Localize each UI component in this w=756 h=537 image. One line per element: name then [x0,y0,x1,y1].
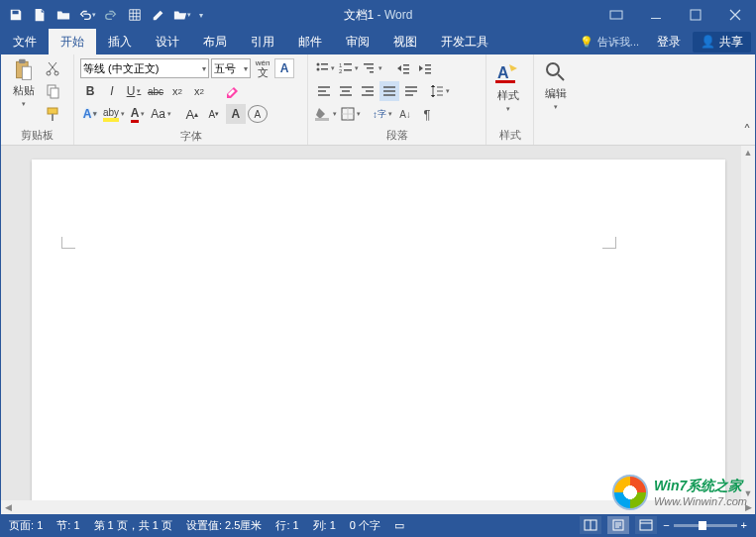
svg-point-12 [317,63,320,66]
bold-button[interactable]: B [80,81,100,101]
tab-view[interactable]: 视图 [381,29,429,54]
vertical-scrollbar[interactable]: ▲ ▼ [741,146,755,500]
folder-open-icon[interactable]: ▾ [171,4,193,26]
tab-developer[interactable]: 开发工具 [429,29,500,54]
status-setvalue[interactable]: 设置值: 2.5厘米 [186,518,262,533]
clear-formatting-icon[interactable] [223,81,243,101]
line-spacing-icon[interactable] [429,81,451,101]
status-section[interactable]: 节: 1 [56,518,79,533]
zoom-slider[interactable]: − + [663,519,747,531]
qat-customize-icon[interactable]: ▾ [195,4,207,26]
redo-icon[interactable] [100,4,122,26]
lightbulb-icon: 💡 [580,36,594,49]
collapse-ribbon-icon[interactable]: ˄ [743,122,751,141]
styles-button[interactable]: A 样式 ▾ [492,58,524,113]
tab-insert[interactable]: 插入 [96,29,144,54]
ribbon-display-icon[interactable] [596,1,636,29]
editing-button[interactable]: 编辑 ▾ [540,58,572,111]
save-icon[interactable] [5,4,27,26]
strikethrough-button[interactable]: abc [146,81,165,101]
undo-icon[interactable]: ▾ [76,4,98,26]
sort-icon[interactable]: A↓ [395,104,415,124]
scroll-right-icon[interactable]: ▶ [741,500,755,514]
italic-button[interactable]: I [102,81,122,101]
clipboard-label: 剪贴板 [7,126,67,145]
align-distribute-icon[interactable] [401,81,421,101]
status-line[interactable]: 行: 1 [275,518,298,533]
table-icon[interactable] [124,4,146,26]
change-case-button[interactable]: Aa [150,104,172,124]
char-shading-icon[interactable]: A [226,104,246,124]
align-justify-icon[interactable] [379,81,399,101]
status-lang-icon[interactable]: ▭ [394,519,404,532]
view-read-icon[interactable] [580,516,601,534]
cut-icon[interactable] [43,58,62,78]
svg-rect-9 [51,88,58,98]
align-right-icon[interactable] [358,81,378,101]
zoom-out-icon[interactable]: − [663,519,669,531]
grow-font-button[interactable]: A▴ [182,104,202,124]
superscript-button[interactable]: x2 [189,81,209,101]
bullets-icon[interactable] [314,58,336,78]
format-painter-icon[interactable] [43,104,62,124]
svg-rect-4 [19,59,26,63]
zoom-in-icon[interactable]: + [741,519,747,531]
underline-button[interactable]: U [124,81,144,101]
char-border-icon[interactable]: A [274,58,294,78]
tab-home[interactable]: 开始 [49,29,96,54]
borders-icon[interactable] [340,104,362,124]
zoom-thumb[interactable] [699,521,706,530]
tell-me-search[interactable]: 💡 告诉我... [574,35,645,50]
tab-review[interactable]: 审阅 [334,29,381,54]
view-web-icon[interactable] [635,516,657,534]
scroll-left-icon[interactable]: ◀ [1,500,15,514]
align-center-icon[interactable] [336,81,356,101]
font-size-combo[interactable]: 五号▾ [211,58,251,78]
show-marks-icon[interactable]: ¶ [417,104,437,124]
tab-references[interactable]: 引用 [239,29,286,54]
editing-label: 编辑 [545,86,567,101]
status-words[interactable]: 0 个字 [350,518,380,533]
enclose-char-icon[interactable]: A [248,105,268,123]
login-button[interactable]: 登录 [649,34,689,51]
text-direction-icon[interactable]: ↕字 [372,104,393,124]
horizontal-scrollbar[interactable]: ◀ ▶ [1,500,755,514]
page[interactable] [32,160,725,500]
scroll-down-icon[interactable]: ▼ [741,486,755,500]
multilevel-list-icon[interactable] [362,58,383,78]
phonetic-guide-icon[interactable]: wén文 [253,58,272,78]
edit-icon[interactable] [148,4,169,26]
text-effects-icon[interactable]: A [80,104,100,124]
highlight-icon[interactable]: aby [102,104,126,124]
tab-layout[interactable]: 布局 [191,29,239,54]
open-icon[interactable] [53,4,74,26]
font-color-icon[interactable]: A [128,104,148,124]
view-print-icon[interactable] [607,516,629,534]
share-button[interactable]: 👤 共享 [693,32,751,53]
tab-file[interactable]: 文件 [1,29,49,54]
minimize-icon[interactable] [636,1,676,29]
shading-icon[interactable] [314,104,338,124]
scroll-up-icon[interactable]: ▲ [741,146,755,160]
close-icon[interactable] [715,1,755,29]
font-name-combo[interactable]: 等线 (中文正文)▾ [80,58,209,78]
status-pages[interactable]: 第 1 页，共 1 页 [94,518,172,533]
maximize-icon[interactable] [676,1,715,29]
tab-design[interactable]: 设计 [144,29,191,54]
paste-button[interactable]: 粘贴 ▾ [7,58,41,108]
increase-indent-icon[interactable] [415,58,435,78]
copy-icon[interactable] [43,81,62,101]
vscroll-track[interactable] [741,160,755,486]
subscript-button[interactable]: x2 [167,81,187,101]
numbering-icon[interactable]: 12 [338,58,360,78]
hscroll-track[interactable] [15,500,741,514]
shrink-font-button[interactable]: A▾ [204,104,224,124]
group-styles: A 样式 ▾ 样式 [486,54,534,145]
align-left-icon[interactable] [314,81,334,101]
new-doc-icon[interactable] [29,4,51,26]
status-col[interactable]: 列: 1 [313,518,336,533]
decrease-indent-icon[interactable] [393,58,413,78]
status-page[interactable]: 页面: 1 [9,518,43,533]
tab-mailings[interactable]: 邮件 [286,29,334,54]
zoom-track[interactable] [674,524,737,527]
